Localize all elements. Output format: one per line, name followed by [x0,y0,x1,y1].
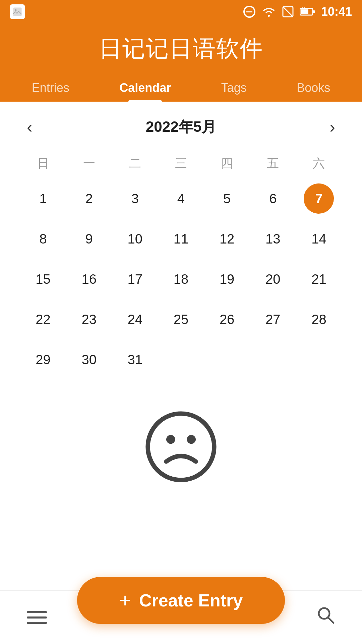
calendar-grid: 日 一 二 三 四 五 六 12345678910111213141516171… [20,152,342,376]
day-number: 8 [28,224,58,254]
day-cell[interactable]: 10 [112,222,158,256]
svg-line-14 [328,618,334,623]
status-bar: 10:41 [0,0,362,23]
calendar-container: ‹ 2022年5月 › 日 一 二 三 四 五 六 12345678910111… [0,102,362,390]
day-header-fri: 五 [250,152,296,175]
day-number: 17 [120,264,150,294]
day-number: 23 [74,304,104,334]
day-header-mon: 一 [66,152,112,175]
day-number: 19 [212,264,242,294]
svg-rect-0 [13,8,22,16]
status-right: 10:41 [243,5,352,19]
bottom-bar: + Create Entry [0,590,362,644]
day-header-sat: 六 [296,152,342,175]
day-number: 4 [166,183,196,214]
day-cell[interactable]: 2 [66,182,112,215]
day-number: 24 [120,304,150,334]
plus-icon: + [119,590,131,610]
day-cell[interactable]: 12 [204,222,250,256]
status-time: 10:41 [321,5,352,19]
svg-point-11 [166,435,175,444]
sim-icon [282,6,294,17]
day-headers: 日 一 二 三 四 五 六 [20,152,342,175]
day-cell[interactable]: 17 [112,262,158,296]
dnd-icon [243,6,255,18]
empty-state [0,390,362,551]
tab-calendar[interactable]: Calendar [109,74,181,102]
day-header-tue: 二 [112,152,158,175]
day-number: 30 [74,344,104,375]
day-number: 3 [120,183,150,214]
day-number: 10 [120,224,150,254]
nav-tabs: Entries Calendar Tags Books [0,74,362,102]
days-grid: 1234567891011121314151617181920212223242… [20,182,342,376]
tab-entries[interactable]: Entries [22,74,79,102]
day-number: 27 [258,304,288,334]
day-cell[interactable]: 25 [158,303,204,336]
day-number: 21 [304,264,334,294]
tab-books[interactable]: Books [287,74,340,102]
day-cell[interactable]: 5 [204,182,250,215]
day-cell[interactable]: 14 [296,222,342,256]
day-number: 14 [304,224,334,254]
app-header: 日记记日语软件 Entries Calendar Tags Books [0,23,362,102]
day-number: 1 [28,183,58,214]
day-header-thu: 四 [204,152,250,175]
wifi-icon [261,6,276,17]
sad-face-icon [144,410,218,484]
day-cell[interactable]: 13 [250,222,296,256]
battery-icon [300,7,315,16]
day-header-sun: 日 [20,152,66,175]
menu-button[interactable] [27,611,47,624]
create-entry-button[interactable]: + Create Entry [77,577,285,624]
next-month-button[interactable]: › [323,115,342,139]
gallery-icon [10,4,25,19]
prev-month-button[interactable]: ‹ [20,115,39,139]
day-cell[interactable]: 26 [204,303,250,336]
day-number: 12 [212,224,242,254]
day-number: 15 [28,264,58,294]
day-number: 5 [212,183,242,214]
day-cell[interactable]: 22 [20,303,66,336]
day-number: 13 [258,224,288,254]
day-cell[interactable]: 18 [158,262,204,296]
day-cell[interactable]: 11 [158,222,204,256]
day-cell[interactable]: 1 [20,182,66,215]
tab-tags[interactable]: Tags [211,74,257,102]
svg-point-12 [187,435,196,444]
day-number: 26 [212,304,242,334]
day-number: 20 [258,264,288,294]
day-number: 18 [166,264,196,294]
day-number: 25 [166,304,196,334]
day-cell[interactable]: 6 [250,182,296,215]
svg-line-4 [283,7,293,17]
day-cell[interactable]: 31 [112,343,158,376]
day-cell[interactable]: 4 [158,182,204,215]
svg-rect-6 [301,9,308,14]
day-cell[interactable]: 20 [250,262,296,296]
day-number: 16 [74,264,104,294]
day-header-wed: 三 [158,152,204,175]
day-cell[interactable]: 28 [296,303,342,336]
day-number: 22 [28,304,58,334]
day-cell[interactable]: 16 [66,262,112,296]
day-cell[interactable]: 15 [20,262,66,296]
day-number: 6 [258,183,288,214]
day-cell[interactable]: 30 [66,343,112,376]
svg-point-10 [148,414,214,480]
status-left [10,4,25,19]
month-navigation: ‹ 2022年5月 › [20,115,342,139]
search-button[interactable] [317,606,335,629]
app-title: 日记记日语软件 [0,30,362,74]
day-cell[interactable]: 21 [296,262,342,296]
day-cell[interactable]: 3 [112,182,158,215]
day-cell[interactable]: 23 [66,303,112,336]
day-cell[interactable]: 19 [204,262,250,296]
day-cell[interactable]: 7 [296,182,342,215]
day-cell[interactable]: 29 [20,343,66,376]
day-cell[interactable]: 24 [112,303,158,336]
day-cell[interactable]: 8 [20,222,66,256]
day-cell[interactable]: 27 [250,303,296,336]
day-cell[interactable]: 9 [66,222,112,256]
month-title: 2022年5月 [146,117,216,137]
